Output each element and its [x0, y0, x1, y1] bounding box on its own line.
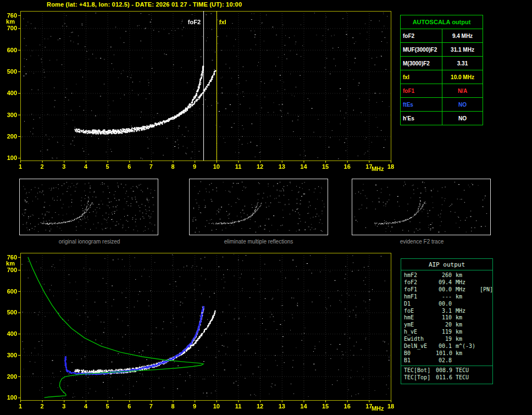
station-title: Rome (lat: +41.8, lon: 012.5) - DATE: 20…: [47, 1, 242, 8]
aip-param-note: [480, 272, 493, 279]
aip-row: hmE110km: [401, 314, 492, 322]
aip-param-value: 101.0: [436, 350, 456, 357]
autoscala-param-value: N/A: [442, 84, 483, 98]
thumbnail-original-canvas: [20, 179, 158, 235]
aip-param-unit: km: [456, 272, 480, 279]
autoscala-param-label: fxI: [401, 70, 442, 84]
aip-param-note: [480, 308, 493, 315]
aip-param-unit: km: [456, 294, 480, 301]
aip-param-value: 3.1: [436, 308, 456, 315]
autoscala-param-value: 31.1 MHz: [442, 43, 483, 57]
aip-param-unit: TECU: [456, 367, 480, 374]
aip-row: D100.0: [401, 301, 492, 308]
thumbnail-f2-trace-canvas: [352, 179, 490, 235]
aip-row: DelN_vE00.1m^(-3): [401, 343, 492, 350]
aip-param-unit: km: [456, 350, 480, 357]
thumbnail-no-reflections: [189, 179, 328, 235]
aip-param-note: [480, 314, 493, 322]
aip-param-unit: MHz: [456, 286, 480, 294]
autoscala-row: h'EsNO: [401, 112, 483, 125]
aip-param-unit: km: [456, 336, 480, 343]
aip-param-note: [480, 343, 493, 350]
aip-param-unit: [456, 301, 480, 308]
aip-param-value: 20: [436, 322, 456, 329]
aip-param-label: DelN_vE: [404, 343, 436, 350]
aip-row: B102.8: [401, 357, 492, 364]
aip-param-unit: MHz: [456, 279, 480, 286]
aip-param-unit: km: [456, 314, 480, 322]
aip-param-unit: km: [456, 322, 480, 329]
aip-row: h_vE119km: [401, 329, 492, 336]
aip-param-unit: MHz: [456, 308, 480, 315]
aip-row: hmF2260km: [401, 272, 492, 279]
aip-param-label: h_vE: [404, 329, 436, 336]
autoscala-row: MUF(3000)F231.1 MHz: [401, 43, 483, 57]
aip-param-value: 00.1: [436, 343, 456, 350]
aip-param-label: ymE: [404, 322, 436, 329]
autoscala-table-title: AUTOSCALA output: [401, 15, 483, 29]
autoscala-param-value: NO: [442, 112, 483, 125]
autoscala-param-label: foF1: [401, 84, 442, 98]
aip-param-note: [480, 301, 493, 308]
autoscala-param-value: 9.4 MHz: [442, 29, 483, 43]
aip-row: B0101.0km: [401, 350, 492, 357]
thumbnail-caption-f2-trace: evidence F2 trace: [352, 239, 492, 245]
thumbnail-original: [19, 179, 158, 235]
aip-param-label: B0: [404, 350, 436, 357]
aip-param-note: [480, 294, 493, 301]
aip-param-label: D1: [404, 301, 436, 308]
thumbnail-caption-original: original ionogram resized: [19, 239, 159, 245]
aip-row: foF100.0MHz[PN]: [401, 286, 492, 294]
autoscala-row: M(3000)F23.31: [401, 57, 483, 70]
autoscala-header-row: AUTOSCALA output: [401, 15, 483, 29]
profile-plot: [0, 248, 400, 413]
aip-param-value: 260: [436, 272, 456, 279]
aip-param-note: [480, 336, 493, 343]
aip-param-value: 011.6: [436, 374, 456, 381]
aip-param-label: B1: [404, 357, 436, 364]
aip-param-label: TEC[Top]: [404, 374, 436, 381]
aip-param-note: [480, 279, 493, 286]
aip-param-value: 119: [436, 329, 456, 336]
autoscala-row: fxI10.0 MHz: [401, 70, 483, 84]
autoscala-param-label: M(3000)F2: [401, 57, 442, 70]
aip-param-value: 02.8: [436, 357, 456, 364]
aip-param-label: hmE: [404, 314, 436, 322]
autoscala-row: foF29.4 MHz: [401, 29, 483, 43]
autoscala-param-label: foF2: [401, 29, 442, 43]
aip-param-note: [480, 329, 493, 336]
ionogram-plot: [0, 8, 400, 173]
aip-param-label: foF1: [404, 286, 436, 294]
aip-param-label: hmF2: [404, 272, 436, 279]
thumbnail-no-reflections-canvas: [190, 179, 328, 235]
aip-param-unit: m^(-3): [456, 343, 480, 350]
aip-param-unit: TECU: [456, 374, 480, 381]
aip-param-label: Ewidth: [404, 336, 436, 343]
aip-row: foF209.4MHz: [401, 279, 492, 286]
aip-param-value: ---: [436, 294, 456, 301]
autoscala-param-value: 3.31: [442, 57, 483, 70]
autoscala-param-label: ftEs: [401, 98, 442, 112]
aip-param-value: 00.0: [436, 286, 456, 294]
thumbnail-caption-no-reflections: eliminate multiple reflections: [189, 239, 328, 245]
aip-param-label: TEC[Bot]: [404, 367, 436, 374]
aip-param-note: [PN]: [480, 286, 493, 294]
aip-param-value: 09.4: [436, 279, 456, 286]
autoscala-param-label: MUF(3000)F2: [401, 43, 442, 57]
aip-row: ymE20km: [401, 322, 492, 329]
aip-output-table: AIP output hmF2260kmfoF209.4MHzfoF100.0M…: [401, 258, 493, 384]
aip-param-value: 008.9: [436, 367, 456, 374]
autoscala-row: foF1N/A: [401, 84, 483, 98]
aip-param-value: 19: [436, 336, 456, 343]
autoscala-output-table: AUTOSCALA output foF29.4 MHzMUF(3000)F23…: [400, 15, 483, 125]
thumbnail-f2-trace: [352, 179, 491, 235]
aip-param-note: [480, 357, 493, 364]
aip-param-label: foF2: [404, 279, 436, 286]
aip-param-note: [480, 350, 493, 357]
aip-row: TEC[Bot]008.9TECU: [401, 366, 492, 374]
aip-row: Ewidth19km: [401, 336, 492, 343]
aip-param-note: [480, 374, 493, 381]
autoscala-param-label: h'Es: [401, 112, 442, 125]
aip-param-value: 110: [436, 314, 456, 322]
aip-param-label: hmF1: [404, 294, 436, 301]
